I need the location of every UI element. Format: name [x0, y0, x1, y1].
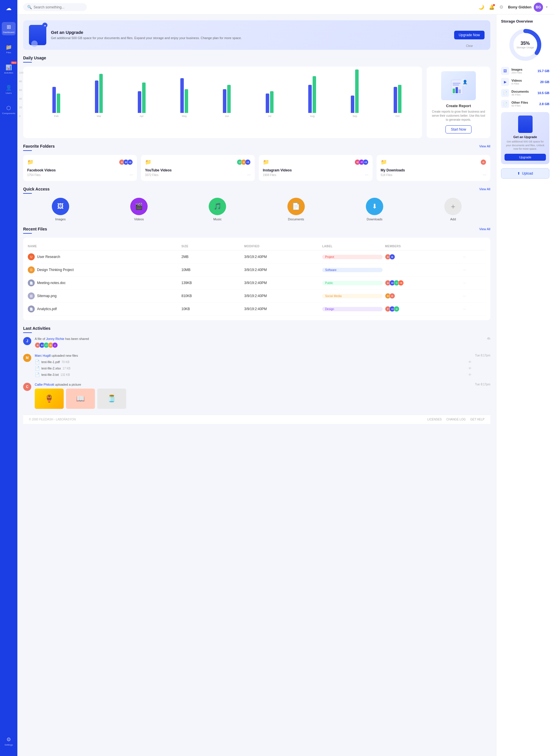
table-header: Name Size Modified Label Members [28, 242, 486, 251]
quick-access-header: Quick Access View All [23, 187, 490, 192]
recent-files-view-all[interactable]: View All [479, 227, 490, 231]
eye-icon[interactable]: 👁 [468, 360, 472, 364]
bar-blue [266, 94, 269, 113]
gear-icon[interactable]: ⚙ [499, 4, 503, 10]
bell-icon[interactable]: 🔔 [489, 4, 495, 10]
col-size: Size [181, 245, 242, 248]
col-modified: Modified [244, 245, 320, 248]
footer-link-help[interactable]: GET HELP [470, 418, 485, 421]
avatar-group: C D +5 [237, 159, 251, 165]
qa-videos[interactable]: 🎬 Videos [102, 198, 176, 221]
sidebar-item-components[interactable]: ⬡ Components [2, 103, 16, 116]
folder-more-icon[interactable]: ··· [129, 172, 133, 177]
new-badge: New [11, 61, 17, 64]
activity-images: 🏺 📖 🫙 [35, 389, 472, 409]
row-more-icon[interactable]: ··· [463, 268, 486, 272]
qa-add[interactable]: + Add [416, 198, 490, 221]
qa-icon-downloads: ⬇ [366, 198, 383, 215]
members-cell: A B [385, 254, 460, 260]
file-size: 10KB [181, 307, 242, 311]
activities-icon: 📊 [5, 64, 12, 71]
search-input[interactable] [34, 5, 80, 9]
eye-icon[interactable]: 👁 [468, 373, 472, 376]
storage-item-videos: ▶ Videos 8 Files 20 GB [501, 78, 549, 86]
activity-avatar-1: J [23, 337, 31, 345]
activity-filename-2: test-file-2.xlsx [41, 367, 61, 370]
bar-label: Aug [310, 115, 315, 117]
quick-access-view-all[interactable]: View All [479, 187, 490, 191]
row-more-icon[interactable]: ··· [463, 294, 486, 298]
bar-blue [308, 85, 312, 113]
start-now-button[interactable]: Start Now [445, 125, 472, 133]
label-badge: Public [322, 281, 383, 285]
sidebar-item-dashboard[interactable]: ⊞ Dashboard [2, 22, 16, 35]
folder-card-instagram[interactable]: 📁 E F +5 Instagram Videos 1908 Files ··· [259, 155, 373, 181]
qa-music[interactable]: 🎵 Music [180, 198, 255, 221]
search-icon: 🔍 [27, 5, 32, 9]
upload-icon: ⬆ [517, 171, 520, 175]
qa-icon-add: + [444, 198, 462, 215]
label-badge: Design [322, 307, 383, 311]
row-more-icon[interactable]: ··· [463, 307, 486, 311]
sidebar-item-users[interactable]: 👤 Users [2, 83, 16, 96]
bar-blue [394, 87, 397, 113]
qa-label-videos: Videos [134, 217, 144, 221]
members-cell: D E [385, 293, 460, 299]
folder-more-icon[interactable]: ··· [365, 172, 369, 177]
bar-label: Apr [140, 115, 144, 117]
clear-button[interactable]: Clear [466, 44, 473, 48]
activity-content-1: A file of Jonny Richie has been shared A… [35, 337, 484, 348]
qa-label-music: Music [213, 217, 222, 221]
avatar-group: E F +5 [354, 159, 369, 165]
file-modified: 3/9/19:2:40PM [244, 294, 320, 298]
file-size: 810KB [181, 294, 242, 298]
storage-item-name: Images [511, 68, 535, 71]
user-info[interactable]: Bony Gidden BG ▼ [508, 3, 548, 12]
svg-rect-5 [458, 90, 461, 93]
activity-user-link[interactable]: Jonny Richie [46, 337, 64, 340]
file-size: 10MB [181, 268, 242, 272]
sidebar-item-settings[interactable]: ⚙ Settings [2, 735, 16, 748]
section-underline-la [23, 332, 32, 333]
sidebar-item-label: Files [6, 51, 11, 54]
sidebar-item-label: Components [2, 112, 15, 115]
folder-card-downloads[interactable]: 📁 G My Downloads 518 Files ··· [377, 155, 490, 181]
bar-label: Jun [225, 115, 229, 117]
user-avatar: BG [534, 3, 543, 12]
favorite-folders-view-all[interactable]: View All [479, 145, 490, 148]
upload-button[interactable]: ⬆ Upload [501, 168, 549, 179]
upgrade-now-button[interactable]: Upgrade Now [454, 31, 485, 39]
y-axis: 100 80 60 40 20 0 [19, 71, 23, 117]
row-more-icon[interactable]: ··· [463, 281, 486, 285]
activity-avatar-3: C [23, 383, 31, 391]
search-box[interactable]: 🔍 [23, 3, 87, 11]
footer-link-licenses[interactable]: LICENSES [428, 418, 442, 421]
right-panel: Storage Overview 35% Storage Usage 🖼 Ima… [496, 14, 554, 756]
create-report-card: 👤 Create Report Create reports to grow t… [427, 67, 490, 138]
activity-user-link-3[interactable]: Callie Philcott [35, 383, 54, 386]
activity-user-link-2[interactable]: Marc Hugill [35, 354, 51, 357]
bar-blue [223, 89, 226, 113]
members-cell: F G H [385, 306, 460, 312]
col-actions [463, 245, 486, 248]
sidebar-item-files[interactable]: 📁 Files [2, 42, 16, 56]
footer-link-changelog[interactable]: CHANGE LOG [446, 418, 466, 421]
activity-image-3: 🫙 [97, 389, 126, 409]
folder-card-facebook[interactable]: 📁 A B +5 Facebook Videos 1754 Files ··· [23, 155, 137, 181]
folder-more-icon[interactable]: ··· [483, 172, 486, 177]
file-doc-icon: 📄 [35, 360, 40, 364]
folder-more-icon[interactable]: ··· [247, 172, 251, 177]
qa-downloads[interactable]: ⬇ Downloads [337, 198, 411, 221]
moon-icon[interactable]: 🌙 [479, 4, 484, 10]
bar-group: Jun [207, 85, 246, 118]
folder-card-youtube[interactable]: 📁 C D +5 YouTube Videos 3372 Files ··· [141, 155, 255, 181]
sidebar-item-activities[interactable]: 📊 New Activities [2, 62, 16, 76]
qa-icon-music: 🎵 [209, 198, 226, 215]
activity-time-2: Tue 8:17pm [475, 354, 490, 357]
eye-icon[interactable]: 👁 [468, 367, 472, 370]
qa-images[interactable]: 🖼 Images [23, 198, 98, 221]
row-more-icon[interactable]: ··· [463, 255, 486, 259]
qa-documents[interactable]: 📄 Documents [259, 198, 333, 221]
right-upgrade-button[interactable]: Upgrade [504, 154, 546, 161]
bar-label: Sep [352, 115, 357, 117]
